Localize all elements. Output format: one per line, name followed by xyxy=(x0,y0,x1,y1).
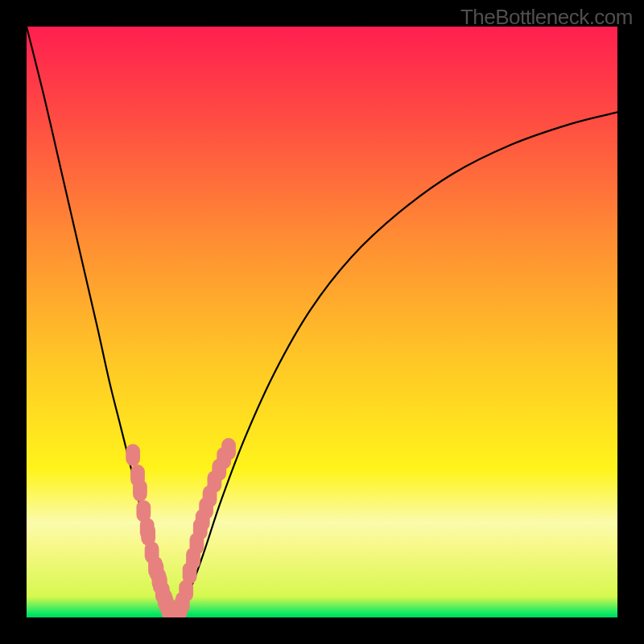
highlight-marker xyxy=(126,444,140,465)
highlight-marker xyxy=(221,438,236,460)
plot-area xyxy=(27,27,617,617)
highlight-marker xyxy=(133,479,147,501)
chart-frame: TheBottleneck.com xyxy=(0,0,644,644)
watermark-label: TheBottleneck.com xyxy=(460,5,633,30)
chart-svg xyxy=(27,27,617,617)
gradient-background xyxy=(27,27,617,617)
